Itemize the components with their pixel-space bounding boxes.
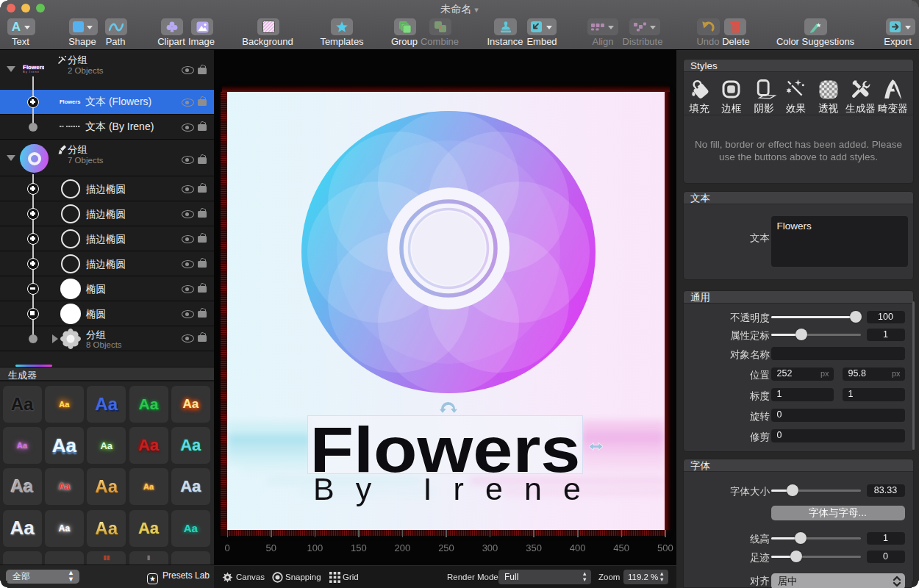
svg-text:A: A	[12, 21, 21, 33]
